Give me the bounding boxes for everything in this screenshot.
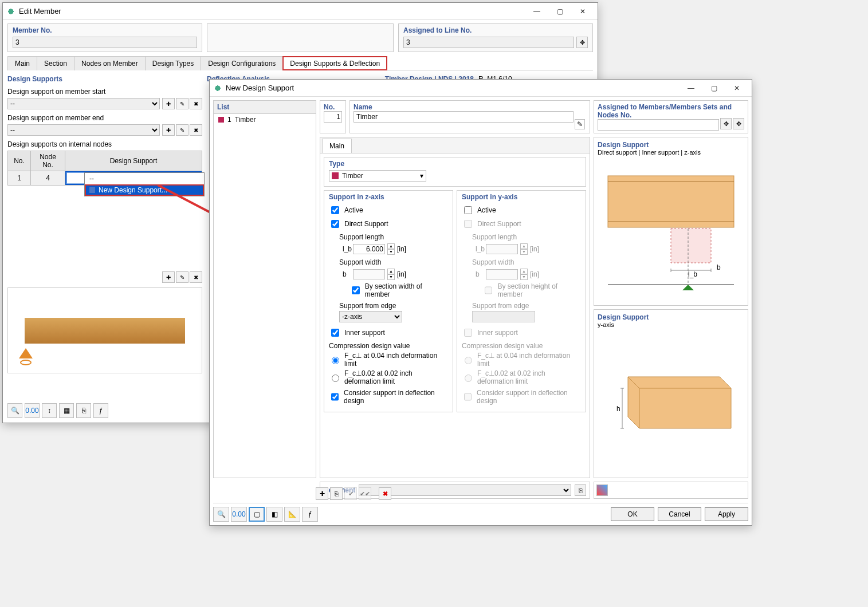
- close-button[interactable]: ✕: [725, 80, 748, 96]
- tab-main[interactable]: Main: [7, 56, 37, 70]
- function-icon[interactable]: ƒ: [93, 403, 108, 418]
- dropdown-item-blank[interactable]: --: [85, 173, 204, 184]
- maximize-button[interactable]: ▢: [548, 3, 571, 19]
- titlebar[interactable]: Edit Member — ▢ ✕: [3, 3, 598, 20]
- tab-section[interactable]: Section: [37, 56, 74, 70]
- minimize-button[interactable]: —: [680, 80, 702, 96]
- checkall-icon[interactable]: ✔✔: [359, 487, 371, 500]
- pick-members-icon[interactable]: ✥: [720, 118, 732, 129]
- edit-name-icon[interactable]: ✎: [575, 119, 585, 129]
- spin-down-icon: ▼: [387, 274, 395, 280]
- member-no-input[interactable]: [13, 37, 197, 48]
- edit-start-support-icon[interactable]: ✎: [176, 98, 188, 109]
- preview-y-label: Design Support: [598, 313, 744, 321]
- delete-end-support-icon[interactable]: ✖: [190, 124, 202, 136]
- svg-text:b: b: [717, 263, 721, 271]
- new-end-support-icon[interactable]: ✚: [162, 124, 175, 136]
- z-from-edge-select[interactable]: -z-axis: [339, 311, 402, 322]
- support-start-label: Design support on member start: [7, 88, 202, 96]
- preview-y: Design Support y-axis h: [594, 309, 748, 478]
- support-y-title: Support in y-axis: [462, 193, 581, 201]
- z-comp-r2[interactable]: [332, 375, 339, 382]
- delete-start-support-icon[interactable]: ✖: [190, 98, 202, 109]
- maximize-button[interactable]: ▢: [702, 80, 725, 96]
- spin-up-icon[interactable]: ▲: [387, 243, 395, 249]
- no-input[interactable]: [324, 111, 342, 123]
- new-internal-support-icon[interactable]: ✚: [162, 271, 175, 283]
- delete-internal-support-icon[interactable]: ✖: [190, 271, 202, 283]
- view-solid-icon[interactable]: ◧: [266, 507, 282, 522]
- z-direct-checkbox[interactable]: [331, 220, 339, 228]
- tab-main-inner[interactable]: Main: [322, 139, 352, 153]
- y-inner-checkbox: [464, 329, 472, 337]
- y-comp-r2: [465, 375, 472, 382]
- z-active-checkbox[interactable]: [331, 206, 339, 214]
- check-icon[interactable]: ✔: [344, 487, 357, 500]
- axis-icon[interactable]: ↕: [42, 403, 57, 418]
- copy-item-icon[interactable]: ⎘: [330, 487, 343, 500]
- color-swatch-icon: [218, 117, 224, 123]
- close-button[interactable]: ✕: [571, 3, 594, 19]
- tabstrip: Main Section Nodes on Member Design Type…: [7, 56, 593, 70]
- measure-icon[interactable]: 📐: [284, 507, 300, 522]
- name-label: Name: [354, 103, 586, 111]
- tab-nodes-on-member[interactable]: Nodes on Member: [74, 56, 146, 70]
- y-active-checkbox[interactable]: [464, 206, 472, 214]
- view-outline-icon[interactable]: ▢: [249, 507, 265, 522]
- tab-design-types[interactable]: Design Types: [145, 56, 202, 70]
- color-picker-icon[interactable]: [596, 484, 608, 496]
- name-input[interactable]: [354, 111, 574, 123]
- view-icon[interactable]: ▦: [59, 403, 74, 418]
- new-item-icon[interactable]: ✚: [316, 487, 328, 500]
- titlebar-2[interactable]: New Design Support — ▢ ✕: [210, 80, 752, 97]
- delete-item-icon[interactable]: ✖: [379, 487, 391, 500]
- preview-z-label: Design Support: [598, 141, 744, 149]
- y-comp-r1: [465, 357, 472, 364]
- svg-rect-4: [671, 228, 711, 263]
- comment-edit-icon[interactable]: ⎘: [575, 484, 586, 496]
- ok-button[interactable]: OK: [611, 507, 654, 521]
- z-by-section-checkbox[interactable]: [352, 286, 360, 294]
- copy-icon[interactable]: ⎘: [76, 403, 91, 418]
- tab-design-supports-deflection[interactable]: Design Supports & Deflection: [282, 56, 387, 70]
- assigned-input[interactable]: [598, 119, 719, 131]
- cancel-button[interactable]: Cancel: [658, 507, 701, 521]
- cell-no: 1: [8, 171, 31, 186]
- z-width-symbol: b: [343, 270, 351, 278]
- y-width-input: [486, 269, 518, 279]
- search-icon[interactable]: 🔍: [7, 403, 22, 418]
- z-comp-r1[interactable]: [332, 357, 339, 364]
- preview-z: Design Support Direct support | Inner su…: [594, 137, 748, 306]
- pick-nodes-icon[interactable]: ✥: [733, 118, 744, 129]
- pick-line-icon[interactable]: ✥: [576, 37, 588, 48]
- z-consider-checkbox[interactable]: [331, 393, 339, 401]
- dropdown-item-new-design-support[interactable]: New Design Support...: [85, 184, 204, 196]
- list-item[interactable]: 1 Timber: [214, 114, 316, 125]
- minimize-button[interactable]: —: [525, 3, 548, 19]
- spin-down-icon[interactable]: ▼: [387, 249, 395, 255]
- units-icon[interactable]: 0.00: [231, 507, 247, 522]
- list-header: List: [214, 101, 316, 114]
- search-icon[interactable]: 🔍: [213, 507, 229, 522]
- edit-internal-support-icon[interactable]: ✎: [176, 271, 188, 283]
- list-item-name: Timber: [235, 116, 256, 124]
- type-select[interactable]: Timber ▾: [329, 170, 426, 182]
- function-icon[interactable]: ƒ: [302, 507, 318, 522]
- z-length-input[interactable]: [353, 244, 385, 254]
- tab-design-configurations[interactable]: Design Configurations: [201, 56, 283, 70]
- internal-label: Design supports on internal nodes: [7, 140, 202, 148]
- edit-end-support-icon[interactable]: ✎: [176, 124, 188, 136]
- assigned-line-input[interactable]: [403, 37, 574, 48]
- apply-button[interactable]: Apply: [705, 507, 748, 521]
- z-inner-checkbox[interactable]: [331, 329, 339, 337]
- support-end-select[interactable]: --: [7, 124, 160, 136]
- design-support-dropdown[interactable]: -- New Design Support...: [84, 172, 205, 196]
- name-group: Name ✎: [349, 100, 590, 133]
- assigned-group: Assigned to Members/Members Sets and Nod…: [594, 100, 748, 133]
- z-length-unit: [in]: [397, 245, 406, 253]
- y-length-label: Support length: [472, 233, 581, 241]
- units-icon[interactable]: 0.00: [25, 403, 40, 418]
- cell-node: 4: [31, 171, 65, 186]
- support-start-select[interactable]: --: [7, 98, 160, 109]
- new-start-support-icon[interactable]: ✚: [162, 98, 175, 109]
